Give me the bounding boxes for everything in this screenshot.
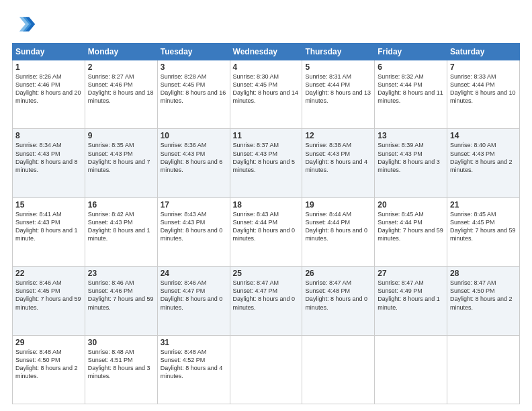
sunrise-label: Sunrise: 8:42 AM — [88, 211, 134, 218]
sunset-label: Sunset: 4:44 PM — [450, 81, 495, 88]
table-row: 27 Sunrise: 8:47 AM Sunset: 4:49 PM Dayl… — [375, 267, 447, 335]
daylight-label: Daylight: 8 hours and 3 minutes. — [88, 365, 150, 379]
table-row: 17 Sunrise: 8:43 AM Sunset: 4:43 PM Dayl… — [157, 197, 230, 266]
sunrise-label: Sunrise: 8:48 AM — [15, 349, 62, 355]
day-number: 14 — [450, 131, 517, 140]
daylight-label: Daylight: 8 hours and 18 minutes. — [88, 89, 154, 104]
table-row: 3 Sunrise: 8:28 AM Sunset: 4:45 PM Dayli… — [157, 60, 230, 129]
calendar-row: 22 Sunrise: 8:46 AM Sunset: 4:45 PM Dayl… — [13, 267, 520, 335]
sunrise-label: Sunrise: 8:47 AM — [305, 279, 351, 286]
day-number: 9 — [88, 131, 154, 140]
sunset-label: Sunset: 4:43 PM — [450, 150, 495, 157]
sunrise-label: Sunrise: 8:38 AM — [305, 142, 351, 148]
sunrise-label: Sunrise: 8:48 AM — [161, 349, 207, 355]
day-number: 27 — [378, 269, 444, 278]
cell-content: Sunrise: 8:32 AM Sunset: 4:44 PM Dayligh… — [378, 73, 444, 105]
cell-content: Sunrise: 8:36 AM Sunset: 4:43 PM Dayligh… — [161, 141, 227, 174]
sunset-label: Sunset: 4:43 PM — [233, 150, 278, 157]
day-number: 18 — [233, 200, 300, 210]
cell-content: Sunrise: 8:40 AM Sunset: 4:43 PM Dayligh… — [450, 141, 517, 174]
sunset-label: Sunset: 4:43 PM — [161, 150, 206, 157]
day-number: 23 — [88, 269, 154, 278]
table-row: 14 Sunrise: 8:40 AM Sunset: 4:43 PM Dayl… — [447, 129, 520, 197]
table-row: 16 Sunrise: 8:42 AM Sunset: 4:43 PM Dayl… — [85, 197, 157, 266]
sunrise-label: Sunrise: 8:39 AM — [378, 142, 424, 148]
sunrise-label: Sunrise: 8:37 AM — [233, 142, 279, 148]
table-row: 12 Sunrise: 8:38 AM Sunset: 4:43 PM Dayl… — [302, 129, 375, 197]
cell-content: Sunrise: 8:48 AM Sunset: 4:51 PM Dayligh… — [88, 348, 154, 381]
cell-content: Sunrise: 8:35 AM Sunset: 4:43 PM Dayligh… — [88, 141, 154, 174]
sunrise-label: Sunrise: 8:35 AM — [88, 142, 134, 148]
daylight-label: Daylight: 7 hours and 59 minutes. — [15, 295, 81, 310]
sunset-label: Sunset: 4:43 PM — [378, 150, 423, 157]
sunset-label: Sunset: 4:44 PM — [233, 219, 278, 226]
sunrise-label: Sunrise: 8:34 AM — [15, 142, 62, 148]
table-row: 30 Sunrise: 8:48 AM Sunset: 4:51 PM Dayl… — [85, 335, 157, 404]
sunset-label: Sunset: 4:44 PM — [305, 219, 350, 226]
day-number: 1 — [15, 62, 82, 72]
sunset-label: Sunset: 4:48 PM — [305, 287, 350, 294]
sunrise-label: Sunrise: 8:47 AM — [233, 279, 279, 286]
daylight-label: Daylight: 8 hours and 2 minutes. — [450, 295, 513, 310]
sunrise-label: Sunrise: 8:41 AM — [15, 211, 62, 218]
calendar-row: 1 Sunrise: 8:26 AM Sunset: 4:46 PM Dayli… — [13, 60, 520, 129]
col-tuesday: Tuesday — [157, 44, 230, 60]
day-number: 12 — [305, 131, 371, 140]
sunset-label: Sunset: 4:45 PM — [450, 219, 495, 226]
cell-content: Sunrise: 8:48 AM Sunset: 4:50 PM Dayligh… — [15, 348, 82, 381]
cell-content: Sunrise: 8:26 AM Sunset: 4:46 PM Dayligh… — [15, 73, 82, 105]
table-row: 31 Sunrise: 8:48 AM Sunset: 4:52 PM Dayl… — [157, 335, 230, 404]
daylight-label: Daylight: 8 hours and 20 minutes. — [15, 89, 81, 104]
table-row: 10 Sunrise: 8:36 AM Sunset: 4:43 PM Dayl… — [157, 129, 230, 197]
sunrise-label: Sunrise: 8:47 AM — [378, 279, 424, 286]
table-row: 18 Sunrise: 8:43 AM Sunset: 4:44 PM Dayl… — [230, 197, 302, 266]
sunset-label: Sunset: 4:43 PM — [88, 219, 133, 226]
sunset-label: Sunset: 4:50 PM — [15, 357, 60, 363]
table-row — [447, 335, 520, 404]
daylight-label: Daylight: 7 hours and 59 minutes. — [450, 227, 516, 242]
sunset-label: Sunset: 4:43 PM — [15, 219, 60, 226]
table-row: 22 Sunrise: 8:46 AM Sunset: 4:45 PM Dayl… — [13, 267, 85, 335]
day-number: 3 — [161, 62, 227, 72]
sunrise-label: Sunrise: 8:26 AM — [15, 73, 62, 80]
calendar-table: Sunday Monday Tuesday Wednesday Thursday… — [12, 43, 520, 404]
header-row: Sunday Monday Tuesday Wednesday Thursday… — [13, 44, 520, 60]
daylight-label: Daylight: 8 hours and 8 minutes. — [15, 158, 78, 173]
col-saturday: Saturday — [447, 44, 520, 60]
table-row: 8 Sunrise: 8:34 AM Sunset: 4:43 PM Dayli… — [13, 129, 85, 197]
daylight-label: Daylight: 8 hours and 0 minutes. — [305, 227, 367, 242]
day-number: 19 — [305, 200, 371, 210]
sunrise-label: Sunrise: 8:28 AM — [161, 73, 207, 80]
sunrise-label: Sunrise: 8:46 AM — [161, 279, 207, 286]
header — [12, 12, 520, 36]
sunset-label: Sunset: 4:51 PM — [88, 357, 133, 363]
sunset-label: Sunset: 4:45 PM — [161, 81, 206, 88]
col-monday: Monday — [85, 44, 157, 60]
cell-content: Sunrise: 8:44 AM Sunset: 4:44 PM Dayligh… — [305, 210, 371, 243]
day-number: 31 — [161, 338, 227, 347]
sunrise-label: Sunrise: 8:46 AM — [15, 279, 62, 286]
sunset-label: Sunset: 4:44 PM — [305, 81, 350, 88]
day-number: 25 — [233, 269, 300, 278]
day-number: 10 — [161, 131, 227, 140]
daylight-label: Daylight: 8 hours and 1 minute. — [378, 295, 440, 310]
daylight-label: Daylight: 8 hours and 5 minutes. — [233, 158, 296, 173]
table-row: 26 Sunrise: 8:47 AM Sunset: 4:48 PM Dayl… — [302, 267, 375, 335]
cell-content: Sunrise: 8:42 AM Sunset: 4:43 PM Dayligh… — [88, 210, 154, 243]
day-number: 17 — [161, 200, 227, 210]
day-number: 7 — [450, 62, 517, 72]
col-friday: Friday — [375, 44, 447, 60]
sunrise-label: Sunrise: 8:36 AM — [161, 142, 207, 148]
daylight-label: Daylight: 8 hours and 0 minutes. — [233, 227, 296, 242]
sunrise-label: Sunrise: 8:30 AM — [233, 73, 279, 80]
calendar-row: 29 Sunrise: 8:48 AM Sunset: 4:50 PM Dayl… — [13, 335, 520, 404]
daylight-label: Daylight: 8 hours and 11 minutes. — [378, 89, 443, 104]
sunrise-label: Sunrise: 8:48 AM — [88, 349, 134, 355]
sunrise-label: Sunrise: 8:40 AM — [450, 142, 496, 148]
table-row — [230, 335, 302, 404]
sunrise-label: Sunrise: 8:33 AM — [450, 73, 496, 80]
col-sunday: Sunday — [13, 44, 85, 60]
table-row: 20 Sunrise: 8:45 AM Sunset: 4:44 PM Dayl… — [375, 197, 447, 266]
sunset-label: Sunset: 4:43 PM — [15, 150, 60, 157]
daylight-label: Daylight: 8 hours and 0 minutes. — [305, 295, 367, 310]
